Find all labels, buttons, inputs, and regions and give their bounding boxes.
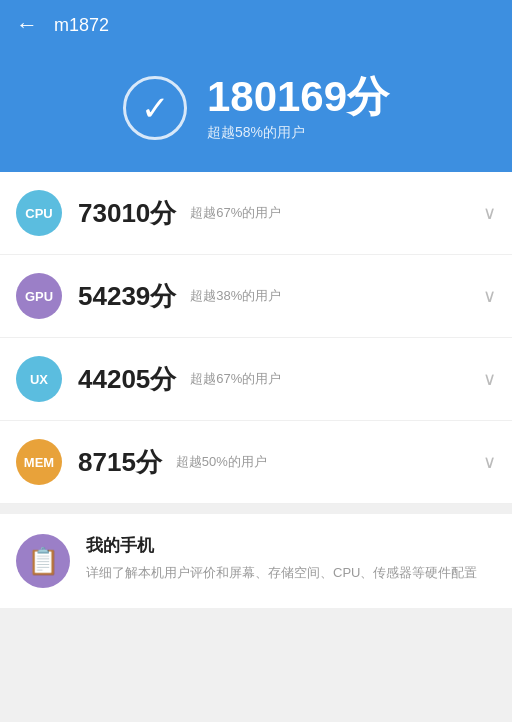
chevron-down-icon: ∨ [483,202,496,224]
gpu-percent: 超越38%的用户 [190,287,281,305]
category-row-mem[interactable]: MEM 8715分 超越50%的用户 ∨ [0,421,512,504]
gpu-badge: GPU [16,273,62,319]
score-banner: ✓ 180169分 超越58%的用户 [0,50,512,172]
ux-score: 44205分 [78,362,176,397]
mem-score-block: 8715分 超越50%的用户 [78,445,467,480]
category-row-gpu[interactable]: GPU 54239分 超越38%的用户 ∨ [0,255,512,338]
mem-score: 8715分 [78,445,162,480]
chevron-down-icon: ∨ [483,368,496,390]
header: ← m1872 [0,0,512,50]
myphone-title: 我的手机 [86,534,496,557]
chevron-down-icon: ∨ [483,451,496,473]
categories-list: CPU 73010分 超越67%的用户 ∨ GPU 54239分 超越38%的用… [0,172,512,504]
page-title: m1872 [54,15,109,36]
cpu-score-block: 73010分 超越67%的用户 [78,196,467,231]
check-circle: ✓ [123,76,187,140]
mem-badge: MEM [16,439,62,485]
checkmark-icon: ✓ [141,91,169,125]
chevron-down-icon: ∨ [483,285,496,307]
myphone-text-block: 我的手机 详细了解本机用户评价和屏幕、存储空间、CPU、传感器等硬件配置 [86,534,496,583]
cpu-percent: 超越67%的用户 [190,204,281,222]
ux-percent: 超越67%的用户 [190,370,281,388]
ux-score-block: 44205分 超越67%的用户 [78,362,467,397]
cpu-score: 73010分 [78,196,176,231]
category-row-cpu[interactable]: CPU 73010分 超越67%的用户 ∨ [0,172,512,255]
score-subtitle: 超越58%的用户 [207,124,389,142]
myphone-section[interactable]: 📋 我的手机 详细了解本机用户评价和屏幕、存储空间、CPU、传感器等硬件配置 [0,514,512,608]
myphone-icon-wrapper: 📋 [16,534,70,588]
category-row-ux[interactable]: UX 44205分 超越67%的用户 ∨ [0,338,512,421]
back-button[interactable]: ← [16,12,38,38]
ux-badge: UX [16,356,62,402]
mem-percent: 超越50%的用户 [176,453,267,471]
phone-document-icon: 📋 [27,546,59,577]
gpu-score-block: 54239分 超越38%的用户 [78,279,467,314]
score-info: 180169分 超越58%的用户 [207,74,389,142]
total-score: 180169分 [207,74,389,120]
cpu-badge: CPU [16,190,62,236]
myphone-description: 详细了解本机用户评价和屏幕、存储空间、CPU、传感器等硬件配置 [86,563,496,583]
gpu-score: 54239分 [78,279,176,314]
